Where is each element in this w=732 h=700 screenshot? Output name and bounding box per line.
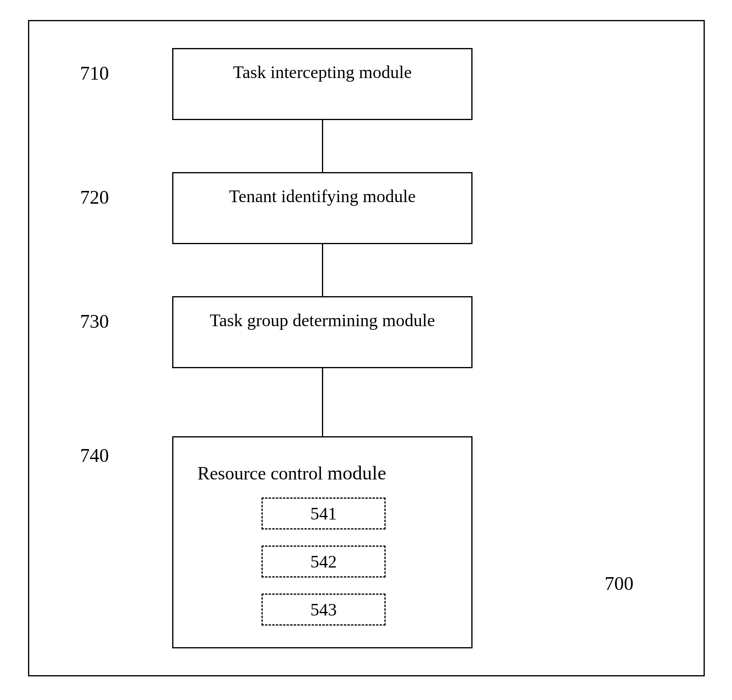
module-resource-control: Resource control module 541 542 543: [172, 436, 473, 648]
connector-710-720: [322, 120, 323, 172]
connector-720-730: [322, 244, 323, 296]
module-tenant-identifying-label: Tenant identifying module: [229, 186, 416, 207]
resource-control-prefix: Resource control: [197, 463, 327, 483]
label-730: 730: [80, 310, 109, 332]
module-task-group-determining-label: Task group determining module: [210, 310, 435, 331]
diagram-canvas: 710 720 730 740 700 Task intercepting mo…: [0, 0, 732, 700]
module-tenant-identifying: Tenant identifying module: [172, 172, 473, 244]
sub-module-542: 542: [261, 546, 386, 578]
label-740: 740: [80, 444, 109, 466]
sub-module-541: 541: [261, 497, 386, 530]
module-resource-control-label: Resource control module: [197, 461, 386, 484]
label-700: 700: [605, 572, 633, 594]
sub-module-543: 543: [261, 594, 386, 626]
label-710: 710: [80, 62, 109, 84]
module-task-group-determining: Task group determining module: [172, 296, 473, 368]
sub-module-541-label: 541: [310, 503, 337, 524]
module-task-intercepting-label: Task intercepting module: [233, 62, 412, 82]
resource-control-module-word: module: [327, 462, 386, 484]
label-720: 720: [80, 186, 109, 208]
module-task-intercepting: Task intercepting module: [172, 48, 473, 120]
connector-730-740: [322, 368, 323, 436]
sub-module-543-label: 543: [310, 600, 337, 620]
sub-module-542-label: 542: [310, 552, 337, 572]
